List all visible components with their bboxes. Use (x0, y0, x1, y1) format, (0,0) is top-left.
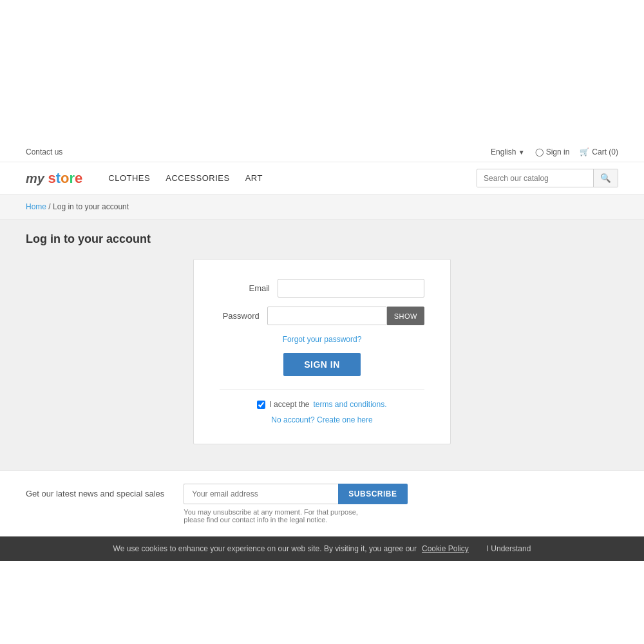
cookie-policy-link[interactable]: Cookie Policy (422, 544, 469, 553)
create-account-link[interactable]: No account? Create one here (271, 415, 372, 424)
email-label: Email (220, 283, 278, 293)
newsletter-form: SUBSCRIBE You may unsubscribe at any mom… (184, 484, 407, 524)
email-input[interactable] (278, 279, 424, 298)
cookie-message: We use cookies to enhance your experienc… (113, 544, 417, 553)
bottom-spacer (0, 561, 644, 644)
search-input[interactable] (477, 170, 593, 187)
search-button[interactable]: 🔍 (593, 169, 618, 187)
password-label: Password (220, 311, 267, 321)
top-bar-left: Contact us (26, 147, 62, 156)
terms-prefix: I accept the (269, 400, 309, 409)
header: my store CLOTHES ACCESSORIES ART 🔍 (0, 162, 644, 194)
sign-in-button[interactable]: SIGN IN (283, 353, 361, 376)
logo-nav: my store CLOTHES ACCESSORIES ART (26, 170, 263, 187)
logo-o: o (61, 170, 69, 186)
divider (220, 389, 424, 390)
password-group: Password SHOW (220, 307, 424, 325)
breadcrumb-current: Log in to your account (53, 202, 129, 211)
newsletter-section: Get our latest news and special sales SU… (0, 470, 644, 536)
logo-t: t (56, 170, 61, 186)
logo[interactable]: my store (26, 170, 82, 187)
create-account: No account? Create one here (220, 415, 424, 424)
password-wrapper: SHOW (267, 307, 424, 325)
forgot-link: Forgot your password? (220, 334, 424, 344)
logo-e: e (75, 170, 82, 186)
cookie-bar: We use cookies to enhance your experienc… (0, 536, 644, 561)
terms-link[interactable]: terms and conditions. (313, 400, 386, 409)
subscribe-button[interactable]: SUBSCRIBE (338, 484, 407, 504)
email-group: Email (220, 279, 424, 298)
password-input[interactable] (267, 307, 387, 325)
user-icon: ◯ (535, 147, 544, 156)
breadcrumb-separator: / (48, 202, 50, 211)
search-icon: 🔍 (600, 173, 611, 183)
cart-link[interactable]: 🛒 Cart (0) (580, 147, 618, 156)
breadcrumb-home[interactable]: Home (26, 202, 46, 211)
terms-row: I accept the terms and conditions. (220, 400, 424, 409)
top-bar: Contact us English ▼ ◯ Sign in 🛒 Cart (0… (0, 142, 644, 162)
breadcrumb: Home / Log in to your account (26, 202, 618, 211)
signin-link[interactable]: ◯ Sign in (535, 147, 570, 156)
nav-clothes[interactable]: CLOTHES (108, 173, 150, 183)
contact-us-link[interactable]: Contact us (26, 147, 62, 156)
top-spacer (0, 0, 644, 142)
search-box: 🔍 (477, 169, 618, 187)
page-title: Log in to your account (26, 232, 618, 246)
logo-r: r (70, 170, 75, 186)
newsletter-input-row: SUBSCRIBE (184, 484, 407, 504)
logo-store: s (48, 170, 55, 186)
chevron-down-icon: ▼ (518, 149, 525, 156)
breadcrumb-bar: Home / Log in to your account (0, 194, 644, 220)
terms-checkbox[interactable] (257, 401, 265, 409)
newsletter-email-input[interactable] (184, 484, 338, 504)
nav-accessories[interactable]: ACCESSORIES (166, 173, 229, 183)
main-nav: CLOTHES ACCESSORIES ART (108, 173, 263, 183)
understand-button[interactable]: I Understand (487, 544, 531, 553)
show-password-button[interactable]: SHOW (387, 307, 424, 325)
newsletter-label: Get our latest news and special sales (26, 484, 164, 498)
language-selector[interactable]: English ▼ (491, 147, 525, 156)
top-bar-right: English ▼ ◯ Sign in 🛒 Cart (0) (491, 147, 618, 156)
forgot-password-link[interactable]: Forgot your password? (283, 335, 362, 344)
newsletter-note: You may unsubscribe at any moment. For t… (184, 508, 377, 524)
login-card: Email Password SHOW Forgot your password… (193, 259, 451, 444)
main-content: Log in to your account Email Password SH… (0, 220, 644, 470)
nav-art[interactable]: ART (245, 173, 263, 183)
cart-icon: 🛒 (580, 147, 589, 156)
logo-my: my (26, 171, 48, 185)
